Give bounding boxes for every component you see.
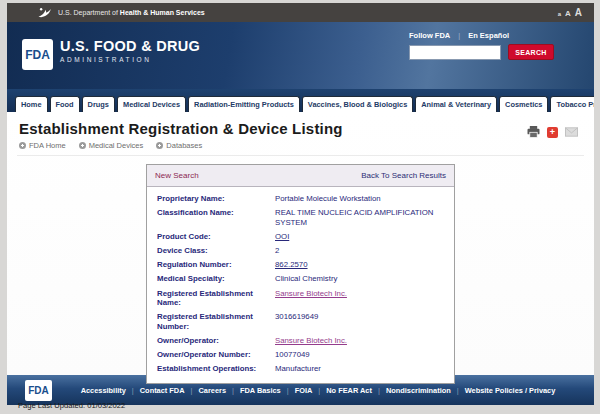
detail-row-medical-specialty: Medical Specialty:Clinical Chemistry	[157, 272, 444, 286]
primary-nav: HomeFoodDrugsMedical DevicesRadiation-Em…	[7, 89, 594, 112]
breadcrumb-bullet-icon	[19, 142, 26, 149]
email-icon[interactable]	[565, 127, 578, 137]
footer-fda-logo[interactable]: FDA	[25, 380, 52, 401]
device-details-table: Proprietary Name:Portable Molecule Works…	[147, 187, 454, 383]
search-input[interactable]	[409, 45, 501, 60]
detail-label: Registered Establishment Number:	[157, 312, 275, 331]
footer-link-foia[interactable]: FOIA	[295, 386, 313, 395]
share-icon[interactable]: +	[547, 127, 558, 138]
detail-row-owner-operator-number: Owner/Operator Number:10077049	[157, 348, 444, 362]
nav-tab-vaccines-blood-biologics[interactable]: Vaccines, Blood & Biologics	[302, 96, 413, 112]
detail-value: Sansure Biotech Inc.	[275, 336, 440, 346]
nav-tab-tobacco-products[interactable]: Tobacco Products	[550, 96, 594, 112]
hhs-top-bar: U.S. Department of Health & Human Servic…	[7, 3, 594, 22]
font-size-medium[interactable]: A	[565, 9, 571, 18]
detail-label: Owner/Operator:	[157, 336, 275, 346]
detail-value-link[interactable]: OOI	[275, 232, 289, 241]
detail-row-registered-establishment-name: Registered Establishment Name:Sansure Bi…	[157, 286, 444, 310]
footer-link-careers[interactable]: Careers	[198, 386, 226, 395]
detail-value: Sansure Biotech Inc.	[275, 289, 440, 308]
detail-label: Device Class:	[157, 246, 275, 256]
detail-label: Regulation Number:	[157, 260, 275, 270]
fda-title-line2: ADMINISTRATION	[60, 56, 200, 63]
fda-logo[interactable]: FDA	[22, 39, 53, 70]
detail-row-classification-name: Classification Name:REAL TIME NUCLEIC AC…	[157, 206, 444, 230]
footer-link-website-policies-privacy[interactable]: Website Policies / Privacy	[465, 386, 556, 395]
footer-link-accessibility[interactable]: Accessibility	[81, 386, 126, 395]
nav-tab-cosmetics[interactable]: Cosmetics	[499, 96, 548, 112]
detail-label: Medical Specialty:	[157, 274, 275, 284]
detail-value: REAL TIME NUCLEIC ACID AMPLIFICATION SYS…	[275, 208, 440, 227]
nav-tab-medical-devices[interactable]: Medical Devices	[117, 96, 186, 112]
new-search-link[interactable]: New Search	[155, 171, 199, 180]
fda-title-line1: U.S. FOOD & DRUG	[60, 38, 200, 54]
footer-link-nondiscrimination[interactable]: Nondiscrimination	[386, 386, 451, 395]
breadcrumb-fda-home[interactable]: FDA Home	[19, 141, 66, 150]
font-size-small[interactable]: a	[558, 11, 561, 17]
footer-link-no-fear-act[interactable]: No FEAR Act	[326, 386, 372, 395]
en-espanol-link[interactable]: En Español	[468, 31, 509, 40]
site-container: U.S. Department of Health & Human Servic…	[7, 3, 594, 405]
fda-wordmark: U.S. FOOD & DRUG ADMINISTRATION	[60, 38, 200, 63]
detail-row-registered-establishment-number: Registered Establishment Number:30166196…	[157, 310, 444, 334]
breadcrumb-medical-devices[interactable]: Medical Devices	[79, 141, 144, 150]
follow-fda-link[interactable]: Follow FDA	[409, 31, 450, 40]
print-icon[interactable]	[527, 126, 540, 138]
page-footer-info: Page Last Updated: 01/03/2022 Note: If y…	[17, 400, 584, 414]
detail-row-owner-operator: Owner/Operator:Sansure Biotech Inc.	[157, 334, 444, 348]
font-size-large[interactable]: A	[575, 7, 582, 18]
detail-row-proprietary-name: Proprietary Name:Portable Molecule Works…	[157, 192, 444, 206]
nav-tab-radiation-emitting-products[interactable]: Radiation-Emitting Products	[188, 96, 300, 112]
last-updated-text: Page Last Updated: 01/03/2022	[18, 400, 584, 412]
main-content: Establishment Registration & Device List…	[7, 112, 594, 375]
detail-row-device-class: Device Class:2	[157, 244, 444, 258]
footer-link-contact-fda[interactable]: Contact FDA	[140, 386, 185, 395]
breadcrumb-bullet-icon	[79, 142, 86, 149]
detail-value-link[interactable]: 862.2570	[275, 260, 308, 269]
detail-label: Classification Name:	[157, 208, 275, 227]
detail-value-link[interactable]: Sansure Biotech Inc.	[275, 336, 347, 345]
back-to-search-results-link[interactable]: Back To Search Results	[361, 171, 446, 180]
detail-value: 3016619649	[275, 312, 440, 331]
device-listing-panel: New Search Back To Search Results Propri…	[146, 164, 455, 384]
page-title: Establishment Registration & Device List…	[19, 120, 584, 137]
nav-tab-food[interactable]: Food	[50, 96, 80, 112]
detail-value: Clinical Chemistry	[275, 274, 440, 284]
detail-value-link[interactable]: Sansure Biotech Inc.	[275, 289, 347, 298]
breadcrumb-databases[interactable]: Databases	[156, 141, 202, 150]
nav-tab-animal-veterinary[interactable]: Animal & Veterinary	[415, 96, 497, 112]
detail-value: 862.2570	[275, 260, 440, 270]
detail-label: Product Code:	[157, 232, 275, 242]
detail-label: Proprietary Name:	[157, 194, 275, 204]
header-utility-links: Follow FDA | En Español	[409, 31, 554, 40]
hhs-department-label[interactable]: U.S. Department of Health & Human Servic…	[58, 9, 205, 16]
detail-value: OOI	[275, 232, 440, 242]
header-search-area: Follow FDA | En Español SEARCH	[409, 31, 554, 60]
detail-row-regulation-number: Regulation Number:862.2570	[157, 258, 444, 272]
results-panel-header: New Search Back To Search Results	[147, 165, 454, 187]
breadcrumb-bullet-icon	[156, 142, 163, 149]
detail-value: 10077049	[275, 350, 440, 360]
utility-separator: |	[458, 31, 460, 40]
detail-label: Owner/Operator Number:	[157, 350, 275, 360]
detail-label: Registered Establishment Name:	[157, 289, 275, 308]
detail-row-establishment-operations: Establishment Operations:Manufacturer	[157, 362, 444, 376]
detail-value: Portable Molecule Workstation	[275, 194, 440, 204]
font-resize-control[interactable]: a A A	[558, 7, 582, 18]
hhs-eagle-icon	[37, 7, 52, 19]
detail-row-product-code: Product Code:OOI	[157, 230, 444, 244]
fda-header: FDA U.S. FOOD & DRUG ADMINISTRATION Foll…	[7, 22, 594, 89]
detail-value: 2	[275, 246, 440, 256]
page-action-icons: +	[527, 126, 578, 138]
detail-value: Manufacturer	[275, 364, 440, 374]
nav-tab-home[interactable]: Home	[15, 96, 48, 112]
detail-label: Establishment Operations:	[157, 364, 275, 374]
nav-tab-drugs[interactable]: Drugs	[82, 96, 115, 112]
footer-links: Accessibility|Contact FDA|Careers|FDA Ba…	[52, 386, 584, 395]
search-button[interactable]: SEARCH	[508, 44, 554, 60]
footer-link-fda-basics[interactable]: FDA Basics	[240, 386, 281, 395]
breadcrumb: FDA HomeMedical DevicesDatabases	[17, 141, 584, 156]
